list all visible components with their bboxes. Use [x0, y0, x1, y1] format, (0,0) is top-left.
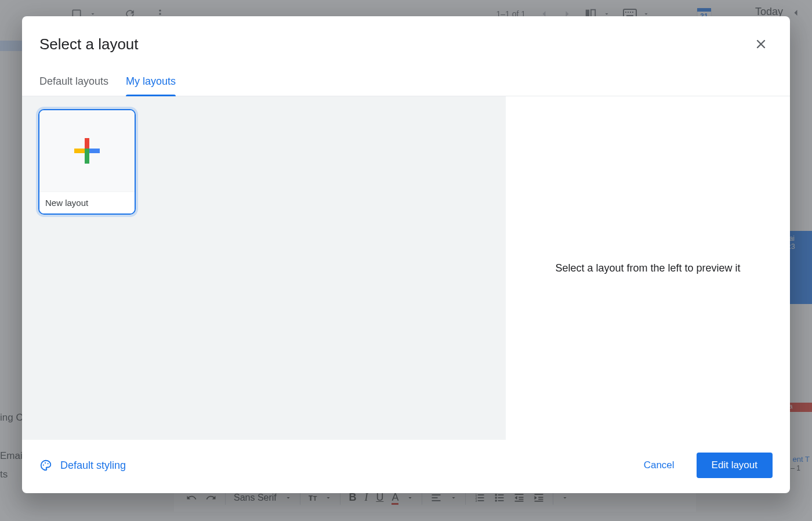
svg-point-45 [43, 464, 44, 465]
svg-rect-42 [85, 153, 89, 164]
svg-point-47 [48, 463, 49, 464]
new-layout-thumb [39, 110, 135, 191]
preview-message: Select a layout from the left to preview… [555, 262, 740, 274]
svg-rect-44 [85, 149, 89, 153]
modal-title: Select a layout [39, 35, 749, 53]
preview-pane: Select a layout from the left to preview… [506, 96, 790, 440]
default-styling-label: Default styling [60, 460, 126, 472]
tab-my-layouts[interactable]: My layouts [126, 70, 176, 96]
modal-header: Select a layout [22, 16, 790, 56]
svg-rect-41 [89, 149, 100, 153]
modal-footer: Default styling Cancel Edit layout [22, 440, 790, 493]
new-layout-card[interactable]: New layout [38, 109, 136, 215]
svg-point-46 [45, 462, 46, 464]
palette-icon [39, 459, 52, 472]
close-icon [754, 37, 768, 51]
new-layout-label: New layout [39, 191, 135, 214]
layouts-grid: New layout [22, 96, 506, 440]
svg-rect-43 [74, 149, 85, 153]
modal-body: New layout Select a layout from the left… [22, 96, 790, 440]
tab-default-layouts[interactable]: Default layouts [39, 70, 108, 96]
svg-rect-40 [85, 138, 89, 149]
layout-modal: Select a layout Default layouts My layou… [22, 16, 790, 493]
plus-icon [72, 136, 102, 166]
tabs: Default layouts My layouts [22, 56, 790, 96]
edit-layout-button[interactable]: Edit layout [697, 453, 773, 478]
default-styling-link[interactable]: Default styling [39, 459, 126, 472]
cancel-button[interactable]: Cancel [629, 453, 690, 478]
close-button[interactable] [749, 32, 773, 56]
